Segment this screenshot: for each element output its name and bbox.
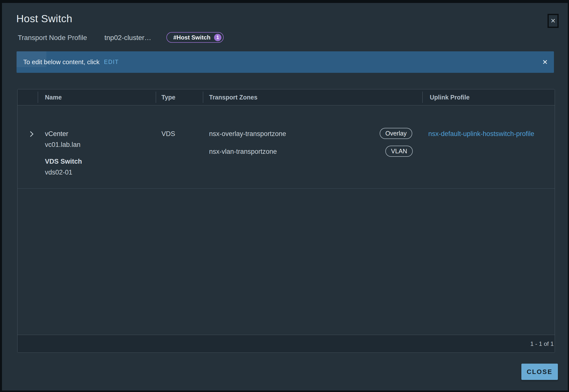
column-separator — [422, 92, 423, 103]
close-icon: ✕ — [542, 58, 548, 66]
expand-chevron-icon[interactable] — [27, 131, 35, 138]
pagination-label: 1 - 1 of 1 — [530, 335, 554, 353]
row-switch-label: VDS Switch — [45, 157, 82, 166]
host-switch-dialog: Host Switch ✕ Transport Node Profile tnp… — [2, 3, 568, 391]
edit-link[interactable]: EDIT — [104, 59, 119, 65]
column-separator — [203, 92, 203, 103]
banner-close-button[interactable]: ✕ — [542, 51, 548, 73]
transport-zone-name: nsx-overlay-transportzone — [209, 130, 286, 138]
column-header-transport-zones: Transport Zones — [209, 89, 257, 105]
banner-message-text: To edit below content, click — [23, 58, 99, 66]
row-type: VDS — [161, 130, 175, 138]
overlay-badge: Overlay — [380, 128, 412, 139]
transport-node-profile-value: tnp02-cluster… — [104, 33, 151, 43]
row-name-primary: vCenter — [45, 130, 68, 138]
page-title: Host Switch — [16, 13, 72, 25]
uplink-profile-link[interactable]: nsx-default-uplink-hostswitch-profile — [428, 130, 534, 138]
column-header-type: Type — [161, 89, 176, 105]
dialog-close-button[interactable]: ✕ — [548, 14, 559, 28]
row-name-secondary: vc01.lab.lan — [45, 140, 80, 149]
host-switch-count-badge[interactable]: #Host Switch 1 — [166, 32, 224, 43]
close-icon: ✕ — [550, 17, 556, 24]
row-switch-value: vds02-01 — [45, 168, 72, 176]
column-header-uplink-profile: Uplink Profile — [430, 89, 470, 105]
edit-info-banner: To edit below content, click EDIT ✕ — [17, 51, 554, 73]
subtitle-row: Transport Node Profile tnp02-cluster… #H… — [2, 32, 568, 43]
table-footer: 1 - 1 of 1 — [18, 335, 555, 353]
transport-zone-name: nsx-vlan-transportzone — [209, 147, 277, 156]
column-header-name: Name — [45, 89, 62, 105]
row-divider — [18, 188, 555, 189]
banner-message: To edit below content, click EDIT — [23, 51, 119, 73]
table-header: Name Type Transport Zones Uplink Profile — [18, 89, 555, 105]
host-switch-badge-label: #Host Switch — [173, 34, 211, 41]
close-button[interactable]: CLOSE — [521, 364, 558, 380]
host-switch-badge-count: 1 — [214, 34, 221, 41]
table-body: vCenter vc01.lab.lan VDS Switch vds02-01… — [18, 105, 555, 335]
column-separator — [38, 92, 38, 103]
vlan-badge: VLAN — [385, 146, 413, 157]
host-switch-table: Name Type Transport Zones Uplink Profile… — [17, 89, 555, 353]
transport-node-profile-label: Transport Node Profile — [18, 33, 87, 43]
column-separator — [156, 92, 156, 103]
